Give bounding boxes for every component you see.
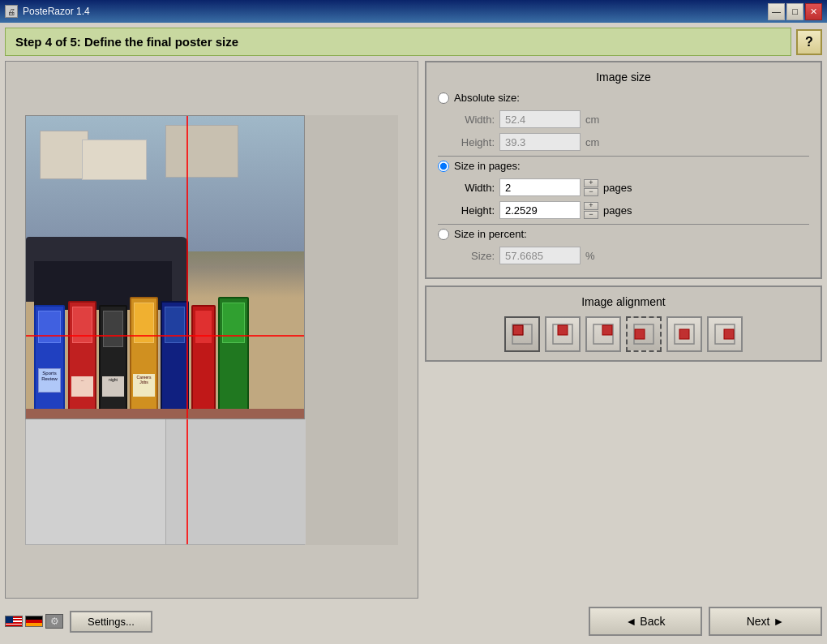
svg-rect-10	[679, 329, 689, 339]
pages-height-unit: pages	[603, 204, 628, 217]
align-top-center-icon	[551, 323, 574, 346]
percent-size-label-input: Size:	[454, 250, 495, 262]
absolute-height-row: Height: cm	[438, 133, 809, 151]
pages-width-unit: pages	[603, 182, 628, 194]
absolute-size-label: Absolute size:	[454, 92, 520, 104]
crosshair-vertical	[186, 116, 188, 419]
pages-height-input[interactable]	[499, 201, 581, 219]
pages-height-spinner-buttons: + −	[584, 202, 598, 219]
separator-1	[438, 156, 809, 157]
maximize-button[interactable]: □	[786, 3, 803, 20]
pages-width-spinner-buttons: + −	[584, 179, 598, 196]
pages-width-row: Width: + − pages	[438, 178, 809, 196]
step-header: Step 4 of 5: Define the final poster siz…	[5, 28, 822, 56]
bottom-bar: ⚙ Settings... ◄ Back Next ►	[5, 603, 822, 639]
window-content: Step 4 of 5: Define the final poster siz…	[0, 23, 827, 644]
align-center-left-button[interactable]	[626, 316, 662, 352]
svg-rect-6	[602, 325, 612, 335]
right-panel: Image size Absolute size: Width: cm Heig…	[425, 61, 822, 599]
pages-width-label: Width:	[454, 182, 495, 194]
align-center-center-button[interactable]	[666, 316, 702, 352]
settings-gear-icon: ⚙	[45, 614, 63, 629]
align-center-right-button[interactable]	[707, 316, 743, 352]
absolute-height-unit: cm	[585, 136, 610, 148]
pages-width-down-button[interactable]: −	[584, 188, 598, 196]
absolute-width-unit: cm	[585, 114, 610, 126]
image-size-section: Image size Absolute size: Width: cm Heig…	[425, 61, 822, 279]
app-title: PosteRazor 1.4	[23, 6, 90, 17]
svg-rect-4	[558, 325, 568, 335]
preview-canvas: Sports Review ... night	[25, 115, 398, 545]
absolute-size-radio[interactable]	[438, 92, 449, 104]
pages-size-radio-row: Size in pages:	[438, 160, 809, 172]
next-button[interactable]: Next ►	[709, 607, 822, 636]
de-flag	[25, 616, 43, 627]
align-top-right-icon	[592, 323, 615, 346]
percent-size-input[interactable]	[499, 247, 581, 264]
help-button[interactable]: ?	[796, 29, 822, 55]
image-alignment-section: Image alignment	[425, 286, 822, 362]
absolute-height-input[interactable]	[499, 133, 581, 151]
percent-size-radio[interactable]	[438, 229, 449, 240]
percent-size-radio-row: Size in percent:	[438, 228, 809, 240]
pages-height-down-button[interactable]: −	[584, 211, 598, 219]
pages-height-spinner: + −	[499, 201, 598, 219]
percent-size-label: Size in percent:	[454, 228, 527, 240]
flag-area: ⚙	[5, 614, 63, 629]
pages-height-label: Height:	[454, 204, 495, 217]
pages-size-radio[interactable]	[438, 161, 449, 172]
poster-bottom-pages	[25, 419, 305, 545]
percent-size-unit: %	[585, 250, 610, 262]
align-top-right-button[interactable]	[585, 316, 621, 352]
align-top-center-button[interactable]	[545, 316, 581, 352]
window-controls: — □ ✕	[768, 3, 822, 20]
align-top-left-icon	[511, 323, 533, 346]
align-center-right-icon	[713, 323, 736, 346]
back-button[interactable]: ◄ Back	[589, 607, 702, 636]
main-area: Sports Review ... night	[5, 61, 822, 599]
minimize-button[interactable]: —	[768, 3, 785, 20]
alignment-buttons-group	[438, 316, 809, 352]
pages-height-row: Height: + − pages	[438, 201, 809, 219]
absolute-width-input[interactable]	[499, 110, 581, 128]
poster-image-top: Sports Review ... night	[25, 115, 305, 419]
us-flag	[5, 616, 23, 627]
pages-size-label: Size in pages:	[454, 160, 521, 172]
preview-panel: Sports Review ... night	[5, 61, 418, 599]
image-size-title: Image size	[438, 71, 809, 84]
app-icon: 🖨	[5, 5, 18, 18]
absolute-height-label: Height:	[454, 136, 495, 148]
close-button[interactable]: ✕	[805, 3, 822, 20]
pages-width-up-button[interactable]: +	[584, 179, 598, 187]
title-bar: 🖨 PosteRazor 1.4 — □ ✕	[0, 0, 827, 23]
crosshair-vertical-bottom	[186, 419, 188, 544]
settings-button[interactable]: Settings...	[70, 611, 152, 633]
svg-rect-12	[724, 329, 734, 339]
align-center-left-icon	[632, 323, 655, 346]
absolute-width-row: Width: cm	[438, 110, 809, 128]
align-center-center-icon	[673, 323, 696, 346]
step-title: Step 4 of 5: Define the final poster siz…	[5, 28, 791, 56]
pages-height-up-button[interactable]: +	[584, 202, 598, 210]
image-alignment-title: Image alignment	[438, 295, 809, 308]
crosshair-horizontal	[26, 335, 304, 337]
percent-size-row: Size: %	[438, 247, 809, 264]
separator-2	[438, 224, 809, 225]
svg-rect-1	[513, 325, 523, 335]
pages-width-input[interactable]	[499, 178, 581, 196]
align-top-left-button[interactable]	[504, 316, 540, 352]
absolute-size-radio-row: Absolute size:	[438, 92, 809, 104]
svg-rect-8	[635, 329, 645, 339]
pages-width-spinner: + −	[499, 178, 598, 196]
absolute-width-label: Width:	[454, 114, 495, 126]
